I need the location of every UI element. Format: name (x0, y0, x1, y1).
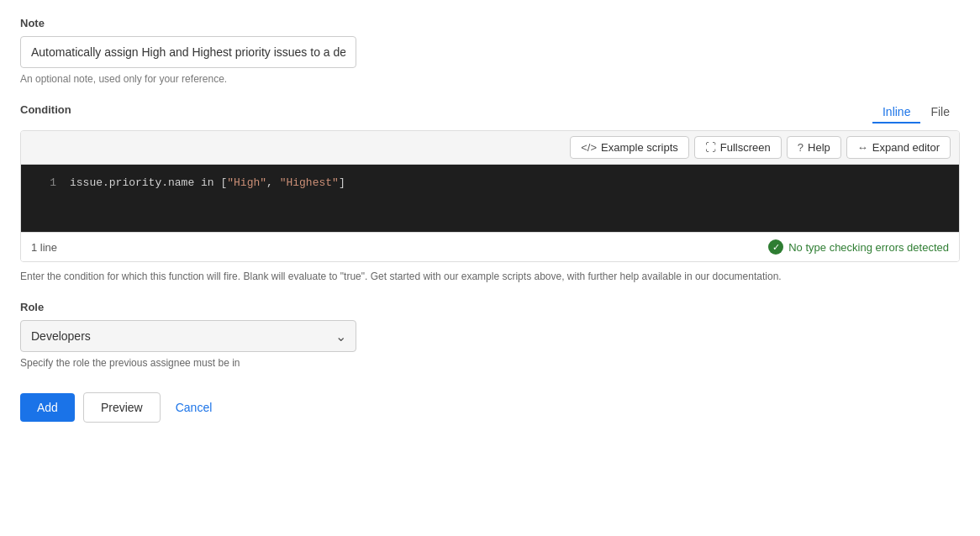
help-button[interactable]: ? Help (787, 136, 841, 159)
condition-header: Condition Inline File (20, 102, 960, 123)
role-select-wrapper: Developers Administrators Members Guests… (20, 320, 356, 352)
status-ok: ✓ No type checking errors detected (768, 239, 949, 255)
editor-toolbar: </> Example scripts ⛶ Fullscreen ? Help … (21, 131, 959, 165)
expand-icon: ↔ (857, 141, 868, 154)
preview-button[interactable]: Preview (83, 392, 161, 423)
role-hint: Specify the role the previous assignee m… (20, 357, 960, 369)
code-content: issue.priority.name in ["High", "Highest… (70, 176, 345, 189)
code-line-1: 1 issue.priority.name in ["High", "Highe… (21, 175, 959, 191)
note-helper: An optional note, used only for your ref… (20, 73, 960, 85)
editor-footer: 1 line ✓ No type checking errors detecte… (21, 232, 959, 261)
role-select[interactable]: Developers Administrators Members Guests (20, 320, 356, 352)
line-count: 1 line (31, 241, 57, 254)
role-section: Role Developers Administrators Members G… (20, 301, 960, 369)
question-icon: ? (798, 141, 803, 154)
editor-wrapper: </> Example scripts ⛶ Fullscreen ? Help … (20, 130, 960, 262)
tab-group: Inline File (872, 102, 960, 123)
code-editor[interactable]: 1 issue.priority.name in ["High", "Highe… (21, 165, 959, 232)
role-label: Role (20, 301, 960, 313)
note-input[interactable] (20, 36, 356, 68)
status-text: No type checking errors detected (788, 241, 949, 254)
fullscreen-button[interactable]: ⛶ Fullscreen (694, 136, 782, 159)
expand-editor-button[interactable]: ↔ Expand editor (846, 136, 951, 159)
fullscreen-icon: ⛶ (705, 141, 716, 154)
note-section: Note An optional note, used only for you… (20, 17, 960, 85)
check-circle-icon: ✓ (768, 239, 783, 255)
condition-section: Condition Inline File </> Example script… (20, 102, 960, 284)
condition-label: Condition (20, 103, 71, 116)
add-button[interactable]: Add (20, 393, 75, 422)
condition-hint: Enter the condition for which this funct… (20, 269, 945, 284)
code-icon: </> (581, 141, 597, 154)
line-number: 1 (31, 176, 56, 189)
action-buttons: Add Preview Cancel (20, 392, 960, 423)
example-scripts-button[interactable]: </> Example scripts (570, 136, 689, 159)
tab-inline[interactable]: Inline (872, 102, 920, 123)
note-label: Note (20, 17, 960, 29)
cancel-button[interactable]: Cancel (169, 393, 219, 422)
tab-file[interactable]: File (920, 102, 960, 123)
